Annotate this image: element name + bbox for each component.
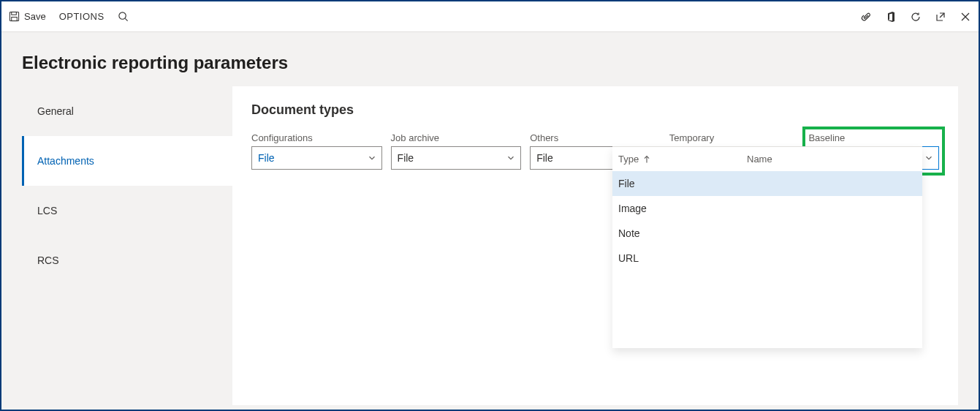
lookup-item-type: Note <box>618 227 640 239</box>
lookup-col-name-label: Name <box>747 154 772 165</box>
svg-rect-1 <box>12 12 17 15</box>
content-row: General Attachments LCS RCS Document typ… <box>22 86 958 405</box>
tab-attachments[interactable]: Attachments <box>22 136 232 186</box>
svg-point-3 <box>119 12 126 19</box>
combo-value: File <box>536 152 553 164</box>
attachments-icon[interactable] <box>860 11 872 23</box>
job-archive-field: Job archive File <box>391 132 522 170</box>
svg-rect-2 <box>12 17 18 20</box>
field-label: Job archive <box>391 132 522 143</box>
command-bar: Save OPTIONS <box>1 1 979 32</box>
section-title: Document types <box>251 102 939 118</box>
sort-ascending-icon <box>642 154 652 165</box>
combo-value: File <box>258 152 275 164</box>
tab-rcs[interactable]: RCS <box>22 235 232 285</box>
search-button[interactable] <box>118 11 129 22</box>
chevron-down-icon <box>367 153 377 163</box>
page-title: Electronic reporting parameters <box>22 53 958 73</box>
options-label: OPTIONS <box>59 11 105 22</box>
command-bar-left: Save OPTIONS <box>9 11 129 22</box>
options-button[interactable]: OPTIONS <box>59 11 105 22</box>
lookup-item[interactable]: File <box>612 171 922 196</box>
lookup-item-type: URL <box>618 252 639 264</box>
office-icon[interactable] <box>885 11 897 23</box>
lookup-item-type: File <box>618 178 635 189</box>
configurations-field: Configurations File <box>251 132 382 170</box>
configurations-combo[interactable]: File <box>251 146 382 170</box>
field-label: Configurations <box>251 132 382 143</box>
close-icon[interactable] <box>960 11 971 23</box>
main-panel: Document types Configurations File Job a… <box>232 86 958 405</box>
save-label: Save <box>24 11 46 22</box>
chevron-down-icon <box>924 153 934 163</box>
lookup-header: Type Name <box>612 147 922 171</box>
tab-label: LCS <box>37 205 57 216</box>
refresh-icon[interactable] <box>910 11 922 23</box>
lookup-col-type-label: Type <box>618 154 639 165</box>
tab-lcs[interactable]: LCS <box>22 186 232 235</box>
command-bar-right <box>860 11 971 23</box>
save-icon <box>9 11 20 22</box>
svg-line-5 <box>940 13 944 18</box>
search-icon <box>118 11 129 22</box>
tab-list: General Attachments LCS RCS <box>22 86 232 405</box>
baseline-lookup: Type Name File Image Note <box>612 146 922 348</box>
tab-label: Attachments <box>37 155 94 167</box>
lookup-empty-space <box>612 271 922 348</box>
chevron-down-icon <box>506 153 516 163</box>
lookup-item[interactable]: URL <box>612 246 922 271</box>
workspace: Electronic reporting parameters General … <box>1 32 979 410</box>
lookup-col-name[interactable]: Name <box>747 154 916 165</box>
lookup-item[interactable]: Image <box>612 196 922 221</box>
lookup-item[interactable]: Note <box>612 221 922 246</box>
save-button[interactable]: Save <box>9 11 46 22</box>
tab-label: General <box>37 105 74 117</box>
tab-label: RCS <box>37 254 59 266</box>
job-archive-combo[interactable]: File <box>391 146 522 170</box>
popout-icon[interactable] <box>935 11 946 23</box>
lookup-item-type: Image <box>618 203 647 214</box>
field-label: Temporary <box>669 132 800 143</box>
field-label: Others <box>530 132 661 143</box>
combo-value: File <box>398 152 414 164</box>
tab-general[interactable]: General <box>22 86 232 136</box>
svg-line-4 <box>125 18 127 20</box>
field-label: Baseline <box>808 132 939 143</box>
lookup-col-type[interactable]: Type <box>618 154 747 165</box>
